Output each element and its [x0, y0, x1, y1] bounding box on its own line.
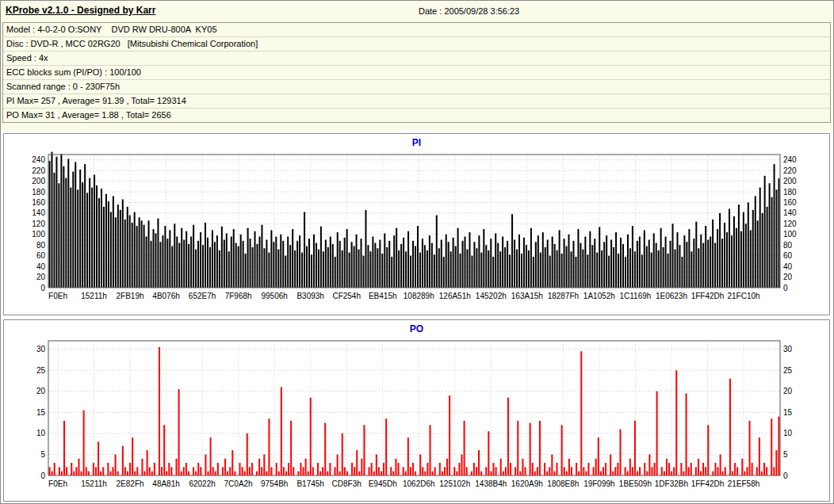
- svg-text:0: 0: [40, 472, 45, 480]
- svg-text:125102h: 125102h: [439, 479, 470, 488]
- svg-text:0: 0: [783, 472, 788, 480]
- svg-text:100: 100: [783, 230, 797, 239]
- pi-chart-panel: PI F0Eh15211h2FB19h4B076h652E7h7F968h995…: [3, 133, 830, 315]
- kprobe-window: KProbe v2.1.0 - Designed by Karr Date : …: [0, 0, 834, 504]
- svg-text:EB415h: EB415h: [369, 292, 397, 300]
- pi-chart: F0Eh15211h2FB19h4B076h652E7h7F968h99506h…: [4, 151, 829, 316]
- svg-text:40: 40: [783, 262, 793, 271]
- info-row-range: Scanned range : 0 - 230F75h: [3, 80, 830, 94]
- svg-text:15: 15: [783, 408, 793, 417]
- svg-text:180: 180: [32, 188, 45, 197]
- svg-text:1438B4h: 1438B4h: [475, 479, 507, 488]
- svg-text:140: 140: [32, 208, 45, 217]
- svg-text:20: 20: [36, 387, 46, 395]
- po-chart-title: PO: [4, 323, 829, 336]
- svg-text:1062D6h: 1062D6h: [403, 479, 435, 488]
- svg-text:62022h: 62022h: [189, 479, 215, 488]
- svg-text:1620A9h: 1620A9h: [511, 479, 543, 488]
- svg-text:19F099h: 19F099h: [583, 479, 614, 488]
- svg-text:1E0623h: 1E0623h: [656, 292, 687, 300]
- svg-text:1DF32Bh: 1DF32Bh: [655, 479, 688, 488]
- svg-text:20: 20: [36, 273, 46, 281]
- svg-text:100: 100: [32, 230, 45, 239]
- svg-text:1FF42Dh: 1FF42Dh: [691, 292, 725, 300]
- svg-text:652E7h: 652E7h: [189, 292, 216, 300]
- svg-text:E945Dh: E945Dh: [369, 479, 397, 488]
- svg-text:140: 140: [783, 208, 797, 217]
- svg-text:0: 0: [783, 284, 788, 292]
- svg-text:80: 80: [783, 241, 793, 250]
- svg-text:2E82Fh: 2E82Fh: [117, 479, 144, 488]
- svg-text:120: 120: [783, 220, 797, 228]
- svg-text:240: 240: [32, 155, 45, 164]
- svg-text:5: 5: [783, 450, 788, 459]
- svg-text:108289h: 108289h: [404, 292, 434, 300]
- svg-text:1A1052h: 1A1052h: [583, 292, 615, 300]
- svg-text:60: 60: [783, 251, 793, 260]
- info-row-ecc: ECC blocks sum (PI/PO) : 100/100: [3, 66, 830, 80]
- svg-text:4B076h: 4B076h: [152, 292, 179, 300]
- svg-text:B1745h: B1745h: [296, 479, 323, 488]
- svg-text:120: 120: [32, 220, 45, 228]
- svg-text:21FC10h: 21FC10h: [727, 292, 759, 300]
- svg-text:1808E8h: 1808E8h: [547, 479, 579, 488]
- svg-text:CD8F3h: CD8F3h: [332, 479, 362, 488]
- svg-text:B3093h: B3093h: [296, 292, 323, 300]
- svg-text:21EF58h: 21EF58h: [728, 479, 760, 488]
- svg-text:15: 15: [36, 408, 46, 417]
- svg-text:F0Eh: F0Eh: [48, 292, 67, 300]
- info-row-speed: Speed : 4x: [3, 52, 830, 66]
- svg-text:1C1169h: 1C1169h: [619, 292, 651, 300]
- svg-text:30: 30: [783, 345, 793, 353]
- svg-text:40: 40: [36, 262, 46, 271]
- svg-text:160: 160: [32, 198, 45, 207]
- po-chart: F0Eh15211h2E82Fh48A81h62022h7C0A2h9754Bh…: [4, 338, 829, 504]
- svg-text:7F968h: 7F968h: [225, 292, 252, 300]
- svg-text:2FB19h: 2FB19h: [117, 292, 144, 300]
- svg-text:163A15h: 163A15h: [511, 292, 543, 300]
- header: KProbe v2.1.0 - Designed by Karr Date : …: [1, 1, 833, 130]
- info-row-disc: Disc : DVD-R , MCC 02RG20 [Mitsubishi Ch…: [3, 37, 830, 52]
- svg-text:60: 60: [36, 251, 46, 260]
- svg-text:220: 220: [783, 166, 797, 175]
- svg-text:20: 20: [783, 387, 793, 395]
- app-title: KProbe v2.1.0 - Designed by Karr: [6, 5, 155, 16]
- svg-text:48A81h: 48A81h: [152, 479, 179, 488]
- info-row-pi-stats: PI Max= 257 , Average= 91.39 , Total= 12…: [3, 94, 830, 109]
- svg-text:25: 25: [36, 366, 46, 375]
- info-row-model: Model : 4-0-2-0 O:SONY DVD RW DRU-800A K…: [3, 23, 830, 37]
- svg-text:126A51h: 126A51h: [439, 292, 471, 300]
- svg-text:180: 180: [783, 188, 797, 197]
- svg-text:240: 240: [783, 155, 797, 164]
- svg-text:1FF42Dh: 1FF42Dh: [691, 479, 725, 488]
- svg-text:160: 160: [783, 198, 797, 207]
- svg-text:18287Fh: 18287Fh: [548, 292, 579, 300]
- svg-text:CF254h: CF254h: [332, 292, 361, 300]
- scan-info-panel: Model : 4-0-2-0 O:SONY DVD RW DRU-800A K…: [2, 22, 831, 123]
- svg-text:5: 5: [40, 450, 45, 459]
- svg-text:15211h: 15211h: [81, 292, 107, 300]
- pi-chart-title: PI: [4, 137, 829, 150]
- svg-text:9754Bh: 9754Bh: [261, 479, 288, 488]
- svg-text:30: 30: [36, 345, 46, 353]
- info-row-po-stats: PO Max= 31 , Average= 1.88 , Total= 2656: [3, 109, 830, 122]
- svg-text:80: 80: [36, 241, 46, 250]
- svg-text:0: 0: [40, 284, 45, 292]
- svg-text:7C0A2h: 7C0A2h: [224, 479, 253, 488]
- svg-text:10: 10: [783, 429, 793, 437]
- svg-text:20: 20: [783, 273, 793, 281]
- svg-text:220: 220: [32, 166, 45, 175]
- svg-text:145202h: 145202h: [476, 292, 507, 300]
- svg-text:1BE509h: 1BE509h: [619, 479, 652, 488]
- svg-text:200: 200: [783, 177, 797, 185]
- svg-text:25: 25: [783, 366, 793, 375]
- svg-text:15211h: 15211h: [81, 479, 107, 488]
- svg-text:200: 200: [32, 177, 45, 185]
- svg-text:99506h: 99506h: [261, 292, 287, 300]
- po-chart-panel: PO F0Eh15211h2E82Fh48A81h62022h7C0A2h975…: [3, 319, 830, 502]
- scan-date: Date : 2005/09/28 3:56:23: [419, 6, 519, 16]
- svg-text:10: 10: [36, 429, 46, 437]
- svg-text:F0Eh: F0Eh: [48, 479, 67, 488]
